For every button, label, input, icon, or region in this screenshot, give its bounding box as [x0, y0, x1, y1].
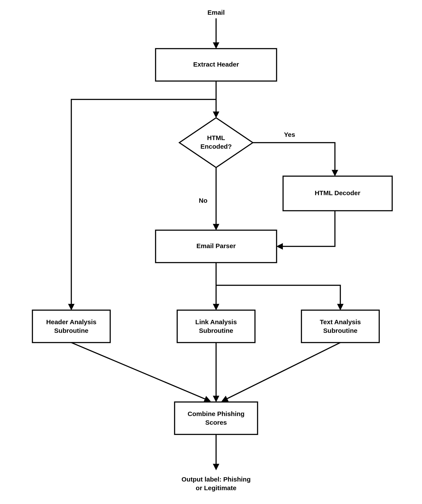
- node-text-sub: [301, 310, 379, 342]
- combine-label-2: Scores: [205, 419, 227, 426]
- edge-decision-yes: [253, 143, 335, 175]
- output-label-2: or Legitimate: [196, 484, 236, 492]
- link-sub-label-2: Subroutine: [199, 327, 233, 334]
- edge-text-to-combine: [223, 342, 340, 401]
- edge-decoder-to-parser: [278, 211, 335, 246]
- decision-label-2: Encoded?: [200, 143, 232, 150]
- header-sub-label-1: Header Analysis: [46, 318, 96, 325]
- combine-label-1: Combine Phishing: [188, 410, 244, 417]
- output-label-1: Output label: Phishing: [182, 476, 251, 483]
- start-label: Email: [208, 9, 225, 16]
- link-sub-label-1: Link Analysis: [195, 318, 237, 325]
- decision-label-1: HTML: [207, 134, 225, 141]
- header-sub-label-2: Subroutine: [54, 327, 88, 334]
- node-link-sub: [177, 310, 255, 342]
- yes-label: Yes: [284, 131, 295, 138]
- html-decoder-label: HTML Decoder: [315, 189, 360, 197]
- extract-header-label: Extract Header: [193, 61, 239, 68]
- no-label: No: [199, 197, 208, 204]
- text-sub-label-1: Text Analysis: [320, 318, 361, 325]
- flowchart: Email Extract Header HTML Encoded? Yes H…: [0, 0, 422, 504]
- email-parser-label: Email Parser: [196, 242, 236, 249]
- node-header-sub: [32, 310, 110, 342]
- text-sub-label-2: Subroutine: [323, 327, 357, 334]
- node-combine: [175, 402, 258, 434]
- edge-parser-to-text: [216, 285, 340, 309]
- edge-header-to-combine: [71, 342, 210, 401]
- edge-to-header-sub: [71, 99, 216, 309]
